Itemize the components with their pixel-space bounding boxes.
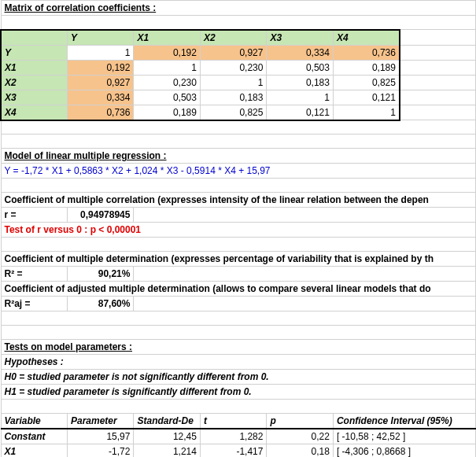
cell: 0,736 [67, 105, 133, 120]
cell: 0,825 [200, 105, 266, 120]
r2aj-value: 87,60% [67, 297, 133, 311]
cell: 0,189 [333, 60, 399, 75]
corr-head-x2: X2 [200, 30, 266, 46]
param-row: Constant 15,97 12,45 1,282 0,22 [ -10,58… [1, 429, 476, 444]
r-value: 0,94978945 [67, 208, 133, 223]
cell: 0,230 [134, 75, 200, 90]
param-sd: 1,214 [134, 444, 200, 458]
r2-value: 90,21% [67, 267, 133, 282]
cell: 0,192 [134, 45, 200, 60]
param-head-param: Parameter [67, 414, 133, 429]
param-head-t: t [200, 414, 266, 429]
corr-row-y: Y [1, 45, 67, 60]
corr-row-x2: X2 [1, 75, 67, 90]
param-p: 0,18 [267, 444, 333, 458]
param-t: -1,417 [200, 444, 266, 458]
title-coeff-det: Coefficient of multiple determination (e… [1, 252, 476, 267]
r2-label: R² = [1, 267, 67, 282]
r2aj-label: R²aj = [1, 297, 67, 311]
cell: 1 [333, 105, 399, 120]
h1: H1 = studied parameter is significantly … [1, 385, 476, 400]
equation: Y = -1,72 * X1 + 0,5863 * X2 + 1,024 * X… [1, 164, 476, 179]
param-head-p: p [267, 414, 333, 429]
cell: 0,192 [67, 60, 133, 75]
param-head-ci: Confidence Interval (95%) [333, 414, 475, 429]
cell: 0,503 [134, 90, 200, 105]
title-matrix: Matrix of correlation coefficients : [1, 1, 476, 16]
r-test: Test of r versus 0 : p < 0,00001 [1, 223, 476, 238]
cell: 0,503 [267, 60, 333, 75]
cell: 0,189 [134, 105, 200, 120]
param-ci: [ -10,58 ; 42,52 ] [333, 429, 475, 444]
hypotheses: Hypotheses : [1, 355, 476, 370]
spreadsheet-grid: Matrix of correlation coefficients : Y X… [0, 0, 476, 457]
cell: 0,121 [333, 90, 399, 105]
h0: H0 = studied parameter is not significan… [1, 370, 476, 385]
param-value: -1,72 [67, 444, 133, 458]
title-coeff-mult: Coefficient of multiple correlation (exp… [1, 193, 476, 208]
param-head-sd: Standard-De [134, 414, 200, 429]
r-label: r = [1, 208, 67, 223]
cell: 0,230 [200, 60, 266, 75]
cell: 0,927 [67, 75, 133, 90]
cell: 1 [67, 45, 133, 60]
corr-row-x1: X1 [1, 60, 67, 75]
corr-head-x3: X3 [267, 30, 333, 46]
title-tests: Tests on model parameters : [1, 340, 476, 355]
param-row: X1 -1,72 1,214 -1,417 0,18 [ -4,306 ; 0,… [1, 444, 476, 458]
param-var: Constant [1, 429, 67, 444]
cell: 0,183 [200, 90, 266, 105]
param-sd: 12,45 [134, 429, 200, 444]
cell: 1 [267, 90, 333, 105]
param-var: X1 [1, 444, 67, 458]
param-head-var: Variable [1, 414, 67, 429]
cell: 0,334 [67, 90, 133, 105]
corr-row-x3: X3 [1, 90, 67, 105]
cell: 0,183 [267, 75, 333, 90]
param-ci: [ -4,306 ; 0,8668 ] [333, 444, 475, 458]
cell: 0,334 [267, 45, 333, 60]
cell: 0,121 [267, 105, 333, 120]
cell: 1 [200, 75, 266, 90]
title-model: Model of linear multiple regression : [1, 149, 476, 164]
title-coeff-adj: Coefficient of adjusted multiple determi… [1, 282, 476, 297]
cell: 1 [134, 60, 200, 75]
cell: 0,736 [333, 45, 399, 60]
param-p: 0,22 [267, 429, 333, 444]
param-t: 1,282 [200, 429, 266, 444]
cell: 0,825 [333, 75, 399, 90]
corr-head-y: Y [67, 30, 133, 46]
cell: 0,927 [200, 45, 266, 60]
corr-head-x1: X1 [134, 30, 200, 46]
corr-row-x4: X4 [1, 105, 67, 120]
corr-head-x4: X4 [333, 30, 399, 46]
param-value: 15,97 [67, 429, 133, 444]
